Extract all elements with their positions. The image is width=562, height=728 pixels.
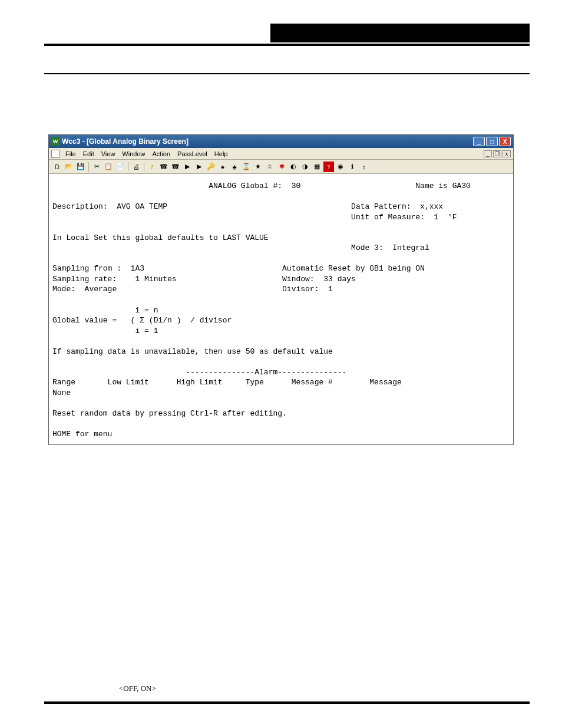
content-area: ANALOG Global #: 30 Name is GA30 Descrip…	[49, 174, 513, 444]
help-icon[interactable]: ?	[147, 162, 157, 172]
content-line: If sampling data is unavailable, then us…	[52, 347, 333, 356]
content-line: Mode 3: Integral	[52, 243, 429, 252]
tool-icon[interactable]: ▦	[312, 162, 322, 172]
content-line: None	[52, 388, 71, 397]
menu-view[interactable]: View	[98, 150, 119, 157]
menu-file[interactable]: File	[62, 150, 80, 157]
save-icon[interactable]: 💾	[75, 162, 86, 172]
toolbar: 🗋 📂 💾 ✂ 📋 📄 🖨 ? ☎ ☎ ▶ ▶ 🔑 ♠ ♣ ⌛ ★ ☆ ✱ ◐ …	[49, 160, 513, 174]
menu-help[interactable]: Help	[211, 150, 232, 157]
mdi-close-button[interactable]: x	[503, 150, 511, 157]
horizontal-rule-bottom	[44, 701, 530, 704]
tool-icon[interactable]: ♠	[217, 162, 228, 172]
horizontal-rule-top	[44, 44, 530, 46]
content-line: ---------------Alarm---------------	[52, 368, 346, 377]
content-line: Range Low Limit High Limit Type Message …	[52, 378, 402, 387]
tool-icon[interactable]: ◑	[300, 162, 310, 172]
menu-window[interactable]: Window	[118, 150, 148, 157]
content-line: i = n	[52, 306, 158, 315]
content-line: Unit of Measure: 1 °F	[52, 213, 457, 222]
close-button[interactable]: X	[499, 137, 511, 146]
tool-icon[interactable]: ☎	[158, 162, 169, 172]
cut-icon[interactable]: ✂	[91, 162, 102, 172]
copy-icon[interactable]: 📋	[103, 162, 114, 172]
tool-icon[interactable]: ◉	[335, 162, 346, 172]
menubar: File Edit View Window Action PassLevel H…	[49, 148, 513, 160]
content-line: ANALOG Global #: 30 Name is GA30	[52, 182, 471, 190]
app-icon: W	[51, 137, 59, 146]
toolbar-sep	[128, 162, 128, 172]
open-icon[interactable]: 📂	[64, 162, 74, 172]
tool-icon[interactable]: ◐	[288, 162, 299, 172]
content-line: Mode: Average Divisor: 1	[52, 285, 333, 294]
app-window: W Wcc3 - [Global Analog Binary Screen] _…	[48, 134, 514, 445]
content-line: Sampling from : 1A3 Automatic Reset by G…	[52, 264, 425, 273]
toolbar-sep	[144, 162, 144, 172]
menu-action[interactable]: Action	[148, 150, 174, 157]
document-icon	[51, 150, 59, 158]
horizontal-rule-2	[44, 73, 530, 74]
toolbar-sep	[88, 162, 89, 172]
tool-icon[interactable]: 🔑	[206, 162, 216, 172]
content-line: Sampling rate: 1 Minutes Window: 33 days	[52, 275, 356, 284]
tool-icon[interactable]: ✱	[276, 162, 287, 172]
print-icon[interactable]: 🖨	[131, 162, 141, 172]
content-line: In Local Set this global defaults to LAS…	[52, 233, 269, 242]
menu-passlevel[interactable]: PassLevel	[174, 150, 211, 157]
tool-icon[interactable]: ▶	[194, 162, 204, 172]
content-line: i = 1	[52, 327, 158, 335]
content-line: Reset random data by pressing Ctrl-R aft…	[52, 409, 287, 418]
tool-icon[interactable]: ▶	[182, 162, 193, 172]
content-line: Global value = ( Σ (Di/n ) / divisor	[52, 316, 232, 325]
body-text-offon: <OFF, ON>	[50, 683, 527, 694]
menu-edit[interactable]: Edit	[80, 150, 98, 157]
minimize-button[interactable]: _	[473, 137, 485, 146]
maximize-button[interactable]: □	[486, 137, 498, 146]
tool-icon[interactable]: ☎	[170, 162, 181, 172]
tool-icon[interactable]: ♣	[229, 162, 240, 172]
tool-icon[interactable]: ↕	[359, 162, 369, 172]
mdi-minimize-button[interactable]: _	[484, 150, 492, 157]
tool-icon[interactable]: ☆	[265, 162, 275, 172]
tool-icon[interactable]: ⌛	[241, 162, 252, 172]
mdi-restore-button[interactable]: ❐	[493, 150, 501, 157]
window-title: Wcc3 - [Global Analog Binary Screen]	[62, 137, 189, 146]
content-line: Description: AVG OA TEMP Data Pattern: x…	[52, 202, 443, 211]
content-line: HOME for menu	[52, 430, 112, 439]
paste-icon[interactable]: 📄	[115, 162, 125, 172]
titlebar[interactable]: W Wcc3 - [Global Analog Binary Screen] _…	[49, 135, 513, 148]
new-icon[interactable]: 🗋	[52, 162, 62, 172]
tool-icon[interactable]: ?	[323, 162, 334, 172]
tool-icon[interactable]: ★	[253, 162, 263, 172]
tool-icon[interactable]: ℹ	[347, 162, 358, 172]
header-black-band	[270, 24, 530, 42]
